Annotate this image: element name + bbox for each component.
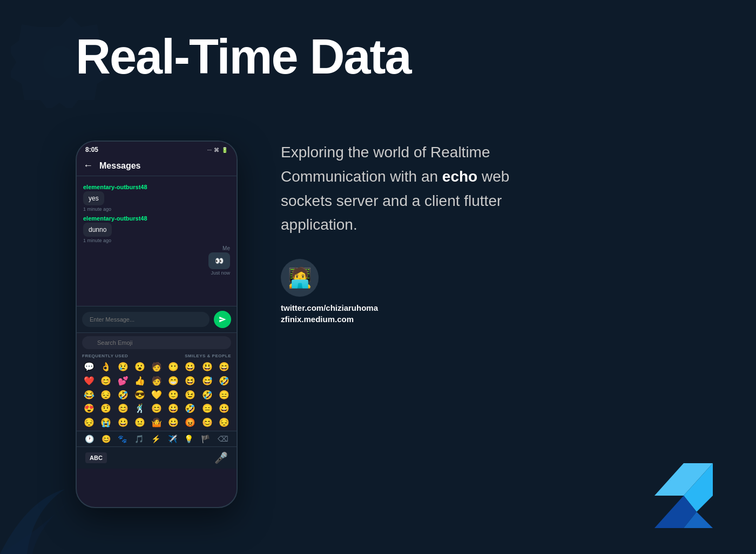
status-icons: ··· ⌘ 🔋 [207, 147, 228, 153]
frequently-used-label: FREQUENTLY USED [82, 353, 128, 358]
nature-keyboard-icon[interactable]: 🐾 [118, 435, 127, 443]
emoji-cell[interactable]: 😆 [182, 375, 198, 388]
emoji-cell[interactable]: 💛 [148, 389, 165, 402]
abc-button[interactable]: ABC [85, 452, 107, 463]
emoji-search-wrapper: 🔍 [82, 336, 231, 349]
chat-header: ← Messages [77, 156, 237, 176]
flutter-logo [648, 457, 713, 522]
symbols-keyboard-icon[interactable]: 🏴 [201, 435, 210, 443]
send-icon [219, 316, 226, 323]
battery-icon: 🔋 [221, 147, 228, 153]
message-time-2: 1 minute ago [83, 238, 230, 243]
emoji-cell[interactable]: 🤣 [216, 375, 232, 388]
emoji-cell[interactable]: 😔 [81, 416, 97, 430]
emoji-cell[interactable]: 😊 [114, 402, 131, 416]
emoji-cell[interactable]: 😀 [216, 402, 232, 416]
author-section: 🧑‍💻 twitter.com/chiziaruhoma zfinix.medi… [281, 259, 540, 324]
emoji-keyboard-bar: 🕐 😊 🐾 🎵 ⚡ ✈️ 💡 🏴 ⌫ [77, 431, 237, 446]
medium-link[interactable]: zfinix.medium.com [281, 315, 540, 324]
right-content: Exploring the world of Realtime Communic… [281, 141, 540, 324]
emoji-cell[interactable]: 😔 [216, 416, 232, 430]
message-bubble-received-1: yes [83, 191, 104, 205]
emoji-cell[interactable]: 😶 [165, 361, 181, 374]
emoji-grid: 💬 👌 😢 😮 🧑 😶 😀 😃 😄 ❤️ 😊 💕 👍 🧑 😁 😆 😅 🤣 😂 😔… [77, 359, 237, 431]
author-links: twitter.com/chiziaruhoma zfinix.medium.c… [281, 303, 540, 324]
emoji-cell[interactable]: 💬 [81, 361, 97, 374]
emoji-cell[interactable]: 😢 [114, 361, 131, 374]
clock-keyboard-icon[interactable]: 🕐 [85, 435, 94, 443]
status-bar: 8:05 ··· ⌘ 🔋 [77, 142, 237, 156]
activity-keyboard-icon[interactable]: ⚡ [151, 435, 160, 443]
message-bubble-received-2: dunno [83, 223, 112, 237]
main-title: Real-Time Data [76, 32, 411, 81]
emoji-cell[interactable]: 👌 [98, 361, 114, 374]
travel-keyboard-icon[interactable]: ✈️ [168, 435, 177, 443]
emoji-cell[interactable]: 🧑 [148, 375, 165, 388]
phone-mockup: 8:05 ··· ⌘ 🔋 ← Messages elementary-outbu… [76, 141, 238, 508]
emoji-cell[interactable]: 💕 [114, 375, 131, 388]
smileys-people-label: SMILEYS & PEOPLE [185, 353, 231, 358]
emoji-cell[interactable]: 😁 [165, 375, 181, 388]
emoji-cell[interactable]: 😀 [182, 361, 198, 374]
emoji-cell[interactable]: 🙂 [165, 389, 181, 402]
emoji-cell[interactable]: 😡 [182, 416, 198, 430]
food-keyboard-icon[interactable]: 🎵 [134, 435, 144, 443]
emoji-cell[interactable]: 😉 [182, 389, 198, 402]
message-sent-time-1: Just now [83, 270, 230, 276]
emoji-cell[interactable]: 😮 [132, 361, 148, 374]
emoji-category-labels: FREQUENTLY USED SMILEYS & PEOPLE [77, 352, 237, 359]
back-button[interactable]: ← [83, 160, 93, 171]
emoji-cell[interactable]: 🤣 [114, 389, 131, 402]
wifi-icon: ⌘ [214, 147, 219, 153]
svg-point-0 [43, 46, 76, 78]
twitter-link[interactable]: twitter.com/chiziaruhoma [281, 303, 540, 312]
emoji-cell[interactable]: 😐 [132, 416, 148, 430]
smiley-keyboard-icon[interactable]: 😊 [102, 435, 111, 443]
emoji-cell[interactable]: 😊 [98, 375, 114, 388]
emoji-cell[interactable]: 😑 [216, 389, 232, 402]
keyboard-bottom-bar: ABC 🎤 [77, 446, 237, 469]
emoji-cell[interactable]: 😭 [98, 416, 114, 430]
emoji-cell[interactable]: 😀 [165, 402, 181, 416]
emoji-cell[interactable]: 😎 [132, 389, 148, 402]
emoji-cell[interactable]: ❤️ [81, 375, 97, 388]
emoji-cell[interactable]: 🤨 [98, 402, 114, 416]
emoji-search-input[interactable] [82, 336, 231, 349]
emoji-cell[interactable]: 🧑 [148, 361, 165, 374]
emoji-cell[interactable]: 😀 [165, 416, 181, 430]
objects-keyboard-icon[interactable]: 💡 [184, 435, 193, 443]
emoji-cell[interactable]: 👍 [132, 375, 148, 388]
emoji-cell[interactable]: 😍 [81, 402, 97, 416]
emoji-cell[interactable]: 😀 [114, 416, 131, 430]
backspace-keyboard-icon[interactable]: ⌫ [218, 435, 228, 443]
sender-name-2: elementary-outburst48 [83, 215, 230, 222]
emoji-cell[interactable]: 🤷 [148, 416, 165, 430]
description-text: Exploring the world of Realtime Communic… [281, 141, 540, 237]
emoji-cell[interactable]: 🤣 [199, 389, 215, 402]
emoji-cell[interactable]: 😂 [81, 389, 97, 402]
microphone-icon[interactable]: 🎤 [214, 451, 228, 464]
sender-name-1: elementary-outburst48 [83, 184, 230, 190]
emoji-search-bar: 🔍 [77, 333, 237, 352]
emoji-cell[interactable]: 😊 [148, 402, 165, 416]
emoji-cell[interactable]: 😔 [98, 389, 114, 402]
echo-bold: echo [442, 168, 477, 185]
status-time: 8:05 [85, 146, 98, 153]
author-avatar: 🧑‍💻 [281, 259, 319, 297]
emoji-cell[interactable]: 😑 [199, 402, 215, 416]
emoji-picker: 🔍 FREQUENTLY USED SMILEYS & PEOPLE 💬 👌 😢… [77, 332, 237, 469]
messages-area: elementary-outburst48 yes 1 minute ago e… [77, 176, 237, 306]
send-button[interactable] [214, 311, 231, 328]
emoji-cell[interactable]: 🤣 [182, 402, 198, 416]
emoji-cell[interactable]: 😅 [199, 375, 215, 388]
emoji-cell[interactable]: 😄 [216, 361, 232, 374]
emoji-cell[interactable]: 🕺 [132, 402, 148, 416]
message-input[interactable] [82, 312, 210, 327]
emoji-cell[interactable]: 😊 [199, 416, 215, 430]
signal-dots: ··· [207, 147, 212, 153]
emoji-cell[interactable]: 😃 [199, 361, 215, 374]
message-bubble-sent-1: 👀 [208, 252, 230, 269]
chat-title: Messages [99, 161, 141, 171]
me-label: Me [83, 245, 230, 251]
message-input-area [77, 306, 237, 332]
